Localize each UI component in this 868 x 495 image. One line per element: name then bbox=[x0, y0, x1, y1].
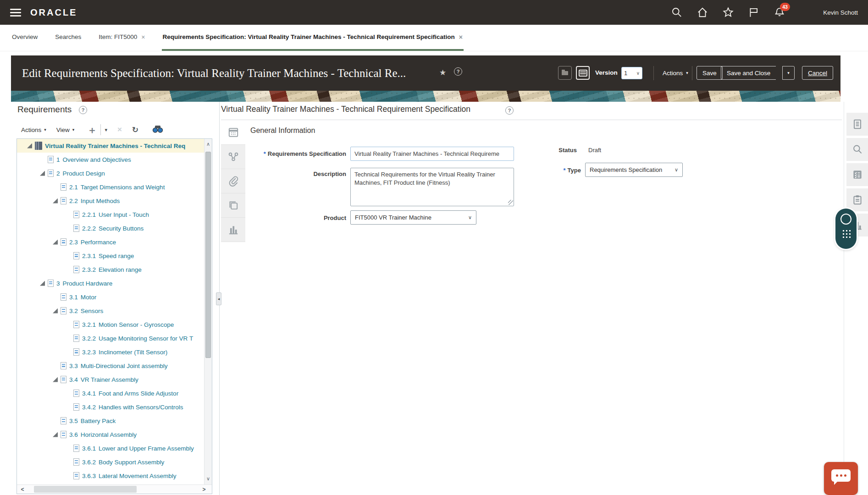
user-menu[interactable]: Kevin Schott bbox=[823, 0, 858, 25]
hamburger-menu-icon[interactable] bbox=[10, 9, 21, 16]
rail-checklist-icon[interactable] bbox=[846, 163, 868, 186]
specification-help-icon[interactable]: ? bbox=[505, 106, 514, 115]
tree-item[interactable]: 3.6.1Lower and Upper Frame Assembly bbox=[17, 441, 204, 455]
tree-item-label: Handles with Sensors/Controls bbox=[99, 404, 183, 411]
chat-launcher[interactable] bbox=[824, 462, 858, 495]
favorite-star-icon[interactable]: ★ bbox=[439, 68, 446, 77]
tree-item-label: Horizontal Assembly bbox=[81, 431, 137, 438]
textarea-resize-grip-icon[interactable] bbox=[508, 200, 513, 205]
add-menu-caret-icon[interactable]: ▾ bbox=[105, 127, 107, 132]
save-and-close-button[interactable]: Save and Close bbox=[721, 66, 776, 80]
tree-item[interactable]: 3.2.2Usage Monitoring Sensor for VR T bbox=[17, 331, 204, 345]
tab-copy[interactable] bbox=[221, 193, 245, 218]
cancel-button[interactable]: Cancel bbox=[802, 66, 833, 80]
product-select[interactable]: FIT5000 VR Trainer Machine ∨ bbox=[350, 210, 476, 225]
tree-item[interactable]: 3.6Horizontal Assembly bbox=[17, 428, 204, 441]
requirements-help-icon[interactable]: ? bbox=[79, 105, 87, 114]
tree-item[interactable]: 2.3.1Speed range bbox=[17, 249, 204, 263]
expand-toggle-icon[interactable] bbox=[53, 198, 58, 204]
scroll-up-icon[interactable]: ∧ bbox=[205, 140, 212, 148]
favorites-star-icon[interactable] bbox=[722, 6, 734, 18]
horizontal-scroll-thumb[interactable] bbox=[34, 486, 137, 493]
home-icon[interactable] bbox=[697, 6, 708, 18]
description-textarea[interactable]: Technical Requirements for the Virtual R… bbox=[350, 168, 514, 206]
expand-toggle-icon[interactable] bbox=[40, 281, 45, 286]
tree-item[interactable]: 3.3Multi-Directional Joint assembly bbox=[17, 359, 204, 373]
tree-item[interactable]: 3.2Sensors bbox=[17, 304, 204, 318]
rail-clipboard-icon[interactable] bbox=[846, 188, 868, 211]
chat-bubble-icon bbox=[831, 469, 851, 482]
tree-horizontal-scrollbar[interactable]: < > bbox=[17, 484, 212, 494]
tree-item[interactable]: 1Overview and Objectives bbox=[17, 153, 204, 166]
expand-toggle-icon[interactable] bbox=[53, 377, 58, 382]
rail-search-icon[interactable] bbox=[846, 138, 868, 161]
tree-item[interactable]: 3.1Motor bbox=[17, 290, 204, 304]
tree-item[interactable]: 3.2.1Motion Sensor - Gyroscope bbox=[17, 318, 204, 331]
tree-view-menu[interactable]: View ▾ bbox=[56, 126, 75, 133]
tab-attachments[interactable] bbox=[221, 169, 245, 193]
side-panel-toggle-icon[interactable] bbox=[558, 66, 572, 80]
tab-overview[interactable]: Overview bbox=[11, 25, 39, 51]
version-select[interactable]: 1 ∨ bbox=[621, 67, 642, 79]
tree-item[interactable]: 3.4.2Handles with Sensors/Controls bbox=[17, 400, 204, 414]
flag-icon[interactable] bbox=[748, 6, 760, 18]
vertical-scroll-thumb[interactable] bbox=[205, 152, 211, 358]
collapse-panel-handle[interactable]: ◂ bbox=[216, 292, 221, 305]
header-actions-menu[interactable]: Actions ▾ bbox=[660, 66, 691, 80]
close-tab-icon[interactable]: × bbox=[459, 33, 463, 41]
tree-item[interactable]: 3.4.1Foot and Arms Slide Adjustor bbox=[17, 386, 204, 400]
notifications-bell-icon[interactable]: 43 bbox=[774, 6, 785, 18]
search-icon[interactable] bbox=[671, 6, 683, 18]
scroll-down-icon[interactable]: ∨ bbox=[205, 474, 212, 483]
copy-icon bbox=[227, 199, 239, 211]
tree-item[interactable]: 3.6.3Lateral Movement Assembly bbox=[17, 469, 204, 483]
tab-metrics[interactable] bbox=[221, 218, 245, 242]
tree-item[interactable]: 3.4VR Trainer Assembly bbox=[17, 373, 204, 386]
tree-item-label: Target Dimensions and Weight bbox=[81, 184, 165, 191]
scroll-left-icon[interactable]: < bbox=[18, 485, 27, 494]
tree-item-label: Performance bbox=[81, 239, 116, 246]
tab-requirements-specification[interactable]: Requirements Specification: Virtual Real… bbox=[162, 25, 464, 51]
tree-item[interactable]: 3.5Battery Pack bbox=[17, 414, 204, 428]
expand-toggle-icon[interactable] bbox=[53, 308, 58, 314]
save-and-close-menu-caret-icon[interactable]: ▾ bbox=[782, 66, 795, 80]
expand-toggle-icon[interactable] bbox=[40, 171, 45, 176]
help-launcher-pill[interactable] bbox=[835, 209, 857, 249]
decorative-banner bbox=[11, 91, 840, 102]
info-icon[interactable] bbox=[840, 214, 851, 225]
tree-item[interactable]: 2.1Target Dimensions and Weight bbox=[17, 180, 204, 194]
tab-searches[interactable]: Searches bbox=[54, 25, 82, 51]
tree-item[interactable]: 2.3Performance bbox=[17, 235, 204, 249]
full-pane-toggle-icon[interactable] bbox=[576, 66, 590, 80]
tree-item[interactable]: 3.6.2Body Support Assembly bbox=[17, 455, 204, 469]
tab-item-fit5000[interactable]: Item: FIT5000 × bbox=[98, 25, 146, 51]
tree-item[interactable]: 2Product Design bbox=[17, 166, 204, 180]
tree-item[interactable]: Virtual Reality Trainer Machines - Techn… bbox=[17, 139, 204, 153]
close-tab-icon[interactable]: × bbox=[141, 33, 145, 41]
add-requirement-icon[interactable]: ＋ bbox=[87, 125, 97, 135]
find-binoculars-icon[interactable] bbox=[152, 125, 163, 134]
requirements-specification-input[interactable] bbox=[350, 147, 514, 161]
tree-vertical-scrollbar[interactable]: ∧ ∨ bbox=[204, 139, 212, 484]
tree-item[interactable]: 2.3.2Elevation range bbox=[17, 263, 204, 276]
expand-toggle-icon[interactable] bbox=[53, 240, 58, 245]
tree-item[interactable]: 3.2.3Inclinometer (Tilt Sensor) bbox=[17, 345, 204, 359]
app-grid-icon[interactable] bbox=[841, 229, 851, 238]
tree-actions-menu[interactable]: Actions ▾ bbox=[21, 126, 46, 133]
type-select[interactable]: Requirements Specification ∨ bbox=[585, 163, 683, 177]
tab-relationships[interactable] bbox=[221, 145, 245, 169]
tree-item[interactable]: 2.2.1User Input - Touch bbox=[17, 208, 204, 221]
rail-document-icon[interactable] bbox=[846, 113, 868, 136]
tab-general-info[interactable] bbox=[221, 121, 245, 145]
help-icon[interactable]: ? bbox=[454, 67, 462, 76]
expand-toggle-icon[interactable] bbox=[27, 143, 32, 148]
tree-item[interactable]: 3Product Hardware bbox=[17, 276, 204, 290]
save-button[interactable]: Save bbox=[697, 66, 723, 80]
tree-item[interactable]: 2.2.2Security Buttons bbox=[17, 221, 204, 235]
requirement-doc-icon bbox=[73, 211, 79, 218]
tree-item[interactable]: 2.2Input Methods bbox=[17, 194, 204, 208]
required-asterisk: * bbox=[264, 150, 266, 157]
expand-toggle-icon[interactable] bbox=[53, 432, 58, 437]
scroll-right-icon[interactable]: > bbox=[199, 485, 209, 494]
refresh-icon[interactable]: ↻ bbox=[132, 125, 138, 135]
